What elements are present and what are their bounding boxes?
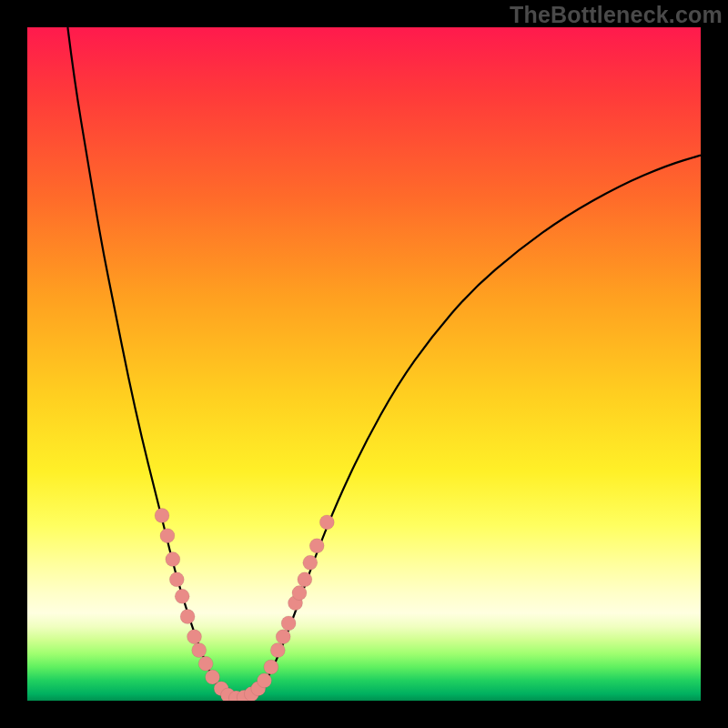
chart-area	[27, 27, 701, 701]
data-point	[319, 515, 334, 530]
data-point	[303, 555, 318, 570]
data-point	[175, 589, 189, 603]
watermark-text: TheBottleneck.com	[510, 2, 723, 28]
data-point	[198, 656, 213, 671]
data-point	[276, 630, 290, 644]
marker-group	[155, 509, 334, 702]
data-point	[166, 552, 180, 567]
data-point	[292, 586, 307, 601]
data-point	[192, 643, 207, 658]
data-point	[155, 509, 169, 523]
chart-svg	[27, 27, 701, 701]
data-point	[264, 660, 278, 674]
data-point	[257, 673, 271, 688]
data-point	[270, 643, 285, 658]
bottleneck-curve	[67, 27, 701, 698]
data-point	[309, 539, 324, 553]
data-point	[160, 529, 175, 543]
data-point	[180, 610, 195, 624]
data-point	[187, 630, 202, 644]
data-point	[281, 616, 296, 631]
data-point	[169, 572, 184, 587]
data-point	[298, 572, 312, 587]
